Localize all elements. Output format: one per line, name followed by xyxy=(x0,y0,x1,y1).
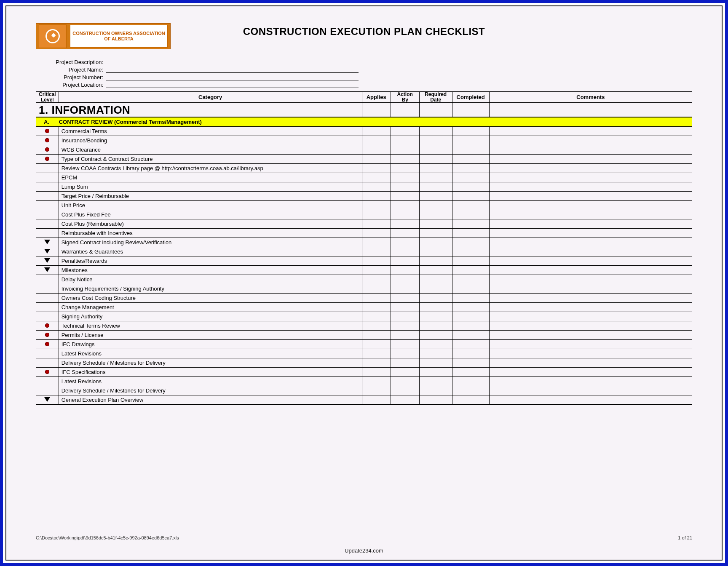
empty-cell[interactable] xyxy=(391,349,419,358)
empty-cell[interactable] xyxy=(489,358,692,367)
empty-cell[interactable] xyxy=(419,386,452,395)
meta-value-number[interactable] xyxy=(106,74,359,80)
empty-cell[interactable] xyxy=(489,349,692,358)
empty-cell[interactable] xyxy=(419,395,452,404)
empty-cell[interactable] xyxy=(489,136,692,145)
empty-cell[interactable] xyxy=(419,238,452,247)
empty-cell[interactable] xyxy=(419,228,452,238)
empty-cell[interactable] xyxy=(452,386,489,395)
empty-cell[interactable] xyxy=(452,228,489,238)
empty-cell[interactable] xyxy=(489,376,692,386)
empty-cell[interactable] xyxy=(391,256,419,265)
empty-cell[interactable] xyxy=(452,154,489,163)
empty-cell[interactable] xyxy=(452,247,489,256)
empty-cell[interactable] xyxy=(362,228,391,238)
empty-cell[interactable] xyxy=(362,293,391,302)
empty-cell[interactable] xyxy=(419,163,452,173)
empty-cell[interactable] xyxy=(362,182,391,191)
empty-cell[interactable] xyxy=(362,173,391,182)
empty-cell[interactable] xyxy=(362,200,391,210)
empty-cell[interactable] xyxy=(362,349,391,358)
empty-cell[interactable] xyxy=(419,136,452,145)
empty-cell[interactable] xyxy=(362,321,391,330)
empty-cell[interactable] xyxy=(452,238,489,247)
empty-cell[interactable] xyxy=(489,219,692,228)
empty-cell[interactable] xyxy=(391,386,419,395)
empty-cell[interactable] xyxy=(419,302,452,312)
empty-cell[interactable] xyxy=(362,302,391,312)
empty-cell[interactable] xyxy=(489,126,692,136)
empty-cell[interactable] xyxy=(362,395,391,404)
empty-cell[interactable] xyxy=(391,154,419,163)
empty-cell[interactable] xyxy=(489,312,692,321)
empty-cell[interactable] xyxy=(452,136,489,145)
empty-cell[interactable] xyxy=(489,154,692,163)
empty-cell[interactable] xyxy=(419,339,452,349)
empty-cell[interactable] xyxy=(452,145,489,154)
empty-cell[interactable] xyxy=(489,173,692,182)
empty-cell[interactable] xyxy=(362,256,391,265)
empty-cell[interactable] xyxy=(362,312,391,321)
empty-cell[interactable] xyxy=(391,200,419,210)
empty-cell[interactable] xyxy=(489,238,692,247)
empty-cell[interactable] xyxy=(489,145,692,154)
empty-cell[interactable] xyxy=(391,339,419,349)
empty-cell[interactable] xyxy=(489,256,692,265)
empty-cell[interactable] xyxy=(489,386,692,395)
empty-cell[interactable] xyxy=(489,293,692,302)
empty-cell[interactable] xyxy=(419,210,452,219)
empty-cell[interactable] xyxy=(419,145,452,154)
empty-cell[interactable] xyxy=(452,321,489,330)
empty-cell[interactable] xyxy=(452,284,489,293)
empty-cell[interactable] xyxy=(391,173,419,182)
empty-cell[interactable] xyxy=(489,284,692,293)
empty-cell[interactable] xyxy=(452,210,489,219)
empty-cell[interactable] xyxy=(452,330,489,339)
empty-cell[interactable] xyxy=(362,284,391,293)
empty-cell[interactable] xyxy=(489,191,692,200)
empty-cell[interactable] xyxy=(362,247,391,256)
empty-cell[interactable] xyxy=(362,163,391,173)
empty-cell[interactable] xyxy=(362,219,391,228)
empty-cell[interactable] xyxy=(419,265,452,275)
empty-cell[interactable] xyxy=(419,200,452,210)
empty-cell[interactable] xyxy=(489,265,692,275)
empty-cell[interactable] xyxy=(489,247,692,256)
empty-cell[interactable] xyxy=(419,154,452,163)
empty-cell[interactable] xyxy=(452,339,489,349)
empty-cell[interactable] xyxy=(489,339,692,349)
empty-cell[interactable] xyxy=(419,247,452,256)
empty-cell[interactable] xyxy=(489,395,692,404)
meta-value-name[interactable] xyxy=(106,67,359,73)
empty-cell[interactable] xyxy=(452,265,489,275)
empty-cell[interactable] xyxy=(391,145,419,154)
empty-cell[interactable] xyxy=(391,219,419,228)
empty-cell[interactable] xyxy=(452,275,489,284)
empty-cell[interactable] xyxy=(391,126,419,136)
empty-cell[interactable] xyxy=(362,191,391,200)
empty-cell[interactable] xyxy=(391,321,419,330)
empty-cell[interactable] xyxy=(419,191,452,200)
empty-cell[interactable] xyxy=(391,284,419,293)
empty-cell[interactable] xyxy=(391,395,419,404)
empty-cell[interactable] xyxy=(391,163,419,173)
empty-cell[interactable] xyxy=(391,293,419,302)
empty-cell[interactable] xyxy=(362,145,391,154)
empty-cell[interactable] xyxy=(419,358,452,367)
empty-cell[interactable] xyxy=(419,367,452,376)
empty-cell[interactable] xyxy=(391,275,419,284)
empty-cell[interactable] xyxy=(391,312,419,321)
empty-cell[interactable] xyxy=(419,173,452,182)
empty-cell[interactable] xyxy=(419,219,452,228)
empty-cell[interactable] xyxy=(452,173,489,182)
empty-cell[interactable] xyxy=(391,210,419,219)
empty-cell[interactable] xyxy=(391,238,419,247)
empty-cell[interactable] xyxy=(419,312,452,321)
empty-cell[interactable] xyxy=(452,312,489,321)
empty-cell[interactable] xyxy=(362,330,391,339)
empty-cell[interactable] xyxy=(489,275,692,284)
empty-cell[interactable] xyxy=(489,163,692,173)
empty-cell[interactable] xyxy=(362,386,391,395)
empty-cell[interactable] xyxy=(452,256,489,265)
empty-cell[interactable] xyxy=(391,302,419,312)
